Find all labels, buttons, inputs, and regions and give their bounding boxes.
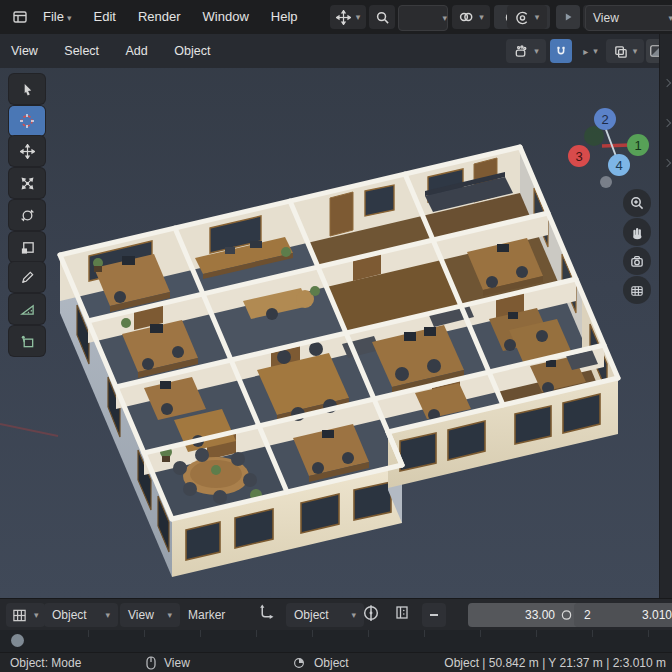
mouse-icon — [146, 656, 156, 672]
timeline-strip[interactable] — [0, 630, 672, 652]
panel-book-icon[interactable] — [394, 604, 410, 625]
menu-select[interactable]: Select — [53, 44, 110, 58]
gizmo-dot — [600, 176, 612, 188]
axis-corner-icon[interactable] — [258, 604, 275, 625]
playhead-handle[interactable] — [11, 634, 24, 647]
tweak-tool[interactable] — [9, 74, 45, 104]
pivot-point-icon[interactable] — [362, 604, 380, 626]
chevron-down-icon: ▾ — [535, 12, 540, 22]
annotate-tool[interactable] — [9, 262, 45, 292]
status-mode: Object: Mode — [10, 653, 81, 672]
chevron-down-icon: ▾ — [668, 13, 672, 23]
menu-view[interactable]: View — [0, 44, 49, 58]
chevron-down-icon: ▾ — [479, 12, 484, 22]
chevron-down-icon: ▾ — [534, 46, 539, 56]
play-icon[interactable] — [556, 5, 580, 29]
grid-toggle-icon[interactable] — [623, 276, 651, 304]
gizmo-axis-line-red — [602, 145, 630, 146]
timeline-header: ▾ Object▾ View▾ Marker Object▾ 33.00 2 3… — [0, 598, 672, 631]
status-info: Object | 50.842 m | Y 21:37 m | 2:3.010 … — [444, 653, 666, 672]
paint-sample-icon[interactable]: ▾ — [506, 39, 546, 63]
chevron-down-icon: ▾ — [593, 46, 598, 56]
svg-text:3: 3 — [575, 149, 582, 164]
overlays-icon[interactable]: ▾ — [606, 39, 644, 63]
gizmo-axis-1[interactable]: 1 — [627, 134, 649, 156]
viewport-3d[interactable]: 2 1 3 4 — [0, 34, 672, 598]
chevron-down-icon: ▾ — [351, 610, 356, 620]
chevron-down-icon: ▾ — [105, 610, 110, 620]
chevron-right-icon: ▸ — [583, 46, 588, 57]
navigation-gizmo[interactable]: 2 1 3 4 — [558, 102, 672, 196]
editor-type-icon[interactable] — [8, 5, 32, 29]
transform-tool[interactable] — [9, 200, 45, 230]
menu-edit[interactable]: Edit — [82, 0, 126, 34]
viewport-header: View Select Add Object ▾ ▸ ▾ ▾ — [0, 34, 672, 68]
chevron-down-icon: ▾ — [633, 46, 638, 56]
pan-hand-icon[interactable] — [623, 218, 651, 246]
editor-grid-icon — [12, 608, 27, 623]
topbar-view-dropdown[interactable]: View ▾ — [585, 5, 672, 31]
menu-render[interactable]: Render — [127, 0, 192, 34]
gizmo-axis-2[interactable]: 2 — [594, 108, 616, 130]
range-field[interactable]: 2 3.010 — [574, 603, 672, 627]
topbar-menus: File▾ Edit Render Window Help — [32, 0, 309, 34]
camera-view-icon[interactable] — [623, 247, 651, 275]
move-tool-icon[interactable]: ▾ — [330, 5, 366, 29]
menu-file[interactable]: File▾ — [32, 0, 82, 35]
search-icon[interactable] — [369, 5, 395, 29]
sidebar-edge-strip[interactable] — [659, 34, 672, 598]
move-tool[interactable] — [9, 136, 45, 166]
gizmo-axis-4[interactable]: 4 — [608, 154, 630, 176]
editor-type-dropdown[interactable]: ▾ — [6, 603, 45, 627]
gizmo-axis-line-light — [605, 127, 617, 159]
remove-icon[interactable] — [422, 603, 446, 627]
chevron-down-icon: ▾ — [167, 610, 172, 620]
ground-axis — [0, 424, 58, 436]
object-dropdown[interactable]: Object▾ — [286, 603, 364, 627]
chevron-down-icon: ▾ — [356, 12, 361, 22]
status-mouse-hint: View — [164, 653, 190, 672]
frame-field[interactable]: 33.00 — [468, 603, 580, 627]
orbit-icon — [292, 656, 306, 672]
spiral-icon[interactable]: ▾ — [507, 5, 547, 29]
view-dropdown[interactable]: View▾ — [120, 603, 180, 627]
keyframe-icon — [561, 609, 572, 621]
menu-window[interactable]: Window — [192, 0, 260, 34]
chevron-down-icon: ▾ — [34, 610, 39, 620]
menu-object[interactable]: Object — [163, 44, 221, 58]
cursor-tool[interactable] — [9, 106, 45, 136]
scale-tool[interactable] — [9, 168, 45, 198]
tool-preset-dropdown[interactable]: ▾ — [398, 5, 448, 31]
menu-help[interactable]: Help — [260, 0, 309, 34]
status-orbit-hint: Object — [314, 653, 349, 672]
link-icon[interactable]: ▾ — [452, 5, 490, 29]
chevron-down-icon: ▾ — [442, 13, 447, 23]
svg-text:1: 1 — [634, 138, 641, 153]
marker-menu[interactable]: Marker — [182, 599, 231, 631]
svg-text:2: 2 — [601, 112, 608, 127]
add-cube-tool[interactable] — [9, 326, 45, 356]
mode-dropdown[interactable]: Object▾ — [44, 603, 118, 627]
measure-tool[interactable] — [9, 294, 45, 324]
chevron-down-icon: ▾ — [67, 13, 72, 23]
svg-text:4: 4 — [615, 158, 622, 173]
zoom-in-icon[interactable] — [623, 189, 651, 217]
menu-add[interactable]: Add — [115, 44, 159, 58]
box-tool[interactable] — [9, 232, 45, 262]
status-bar: Object: Mode View Object Object | 50.842… — [0, 652, 672, 672]
snap-with-dropdown[interactable]: ▸ ▾ — [574, 39, 604, 63]
topbar: File▾ Edit Render Window Help ▾ ▾ ▾ ▾ ▾ — [0, 0, 672, 35]
snap-magnet-icon[interactable] — [550, 39, 572, 63]
gizmo-axis-3[interactable]: 3 — [568, 145, 590, 167]
